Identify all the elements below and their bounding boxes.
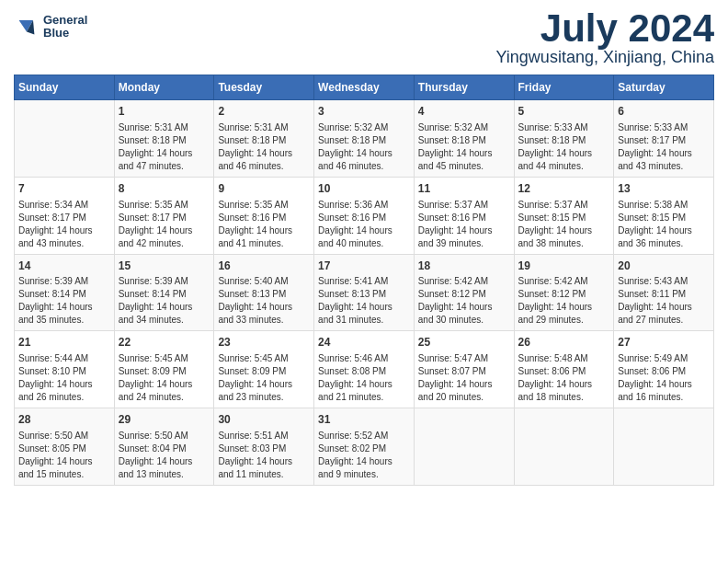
- cell-content: Sunrise: 5:33 AM Sunset: 8:18 PM Dayligh…: [518, 121, 610, 173]
- day-number: 20: [618, 259, 710, 274]
- header-day: Thursday: [414, 75, 514, 100]
- day-number: 9: [218, 181, 310, 197]
- day-number: 27: [618, 335, 710, 350]
- calendar-cell: 30Sunrise: 5:51 AM Sunset: 8:03 PM Dayli…: [214, 408, 314, 486]
- cell-content: Sunrise: 5:45 AM Sunset: 8:09 PM Dayligh…: [119, 352, 210, 404]
- cell-content: Sunrise: 5:32 AM Sunset: 8:18 PM Dayligh…: [318, 121, 410, 173]
- calendar-cell: 28Sunrise: 5:50 AM Sunset: 8:05 PM Dayli…: [15, 408, 115, 486]
- calendar-cell: 6Sunrise: 5:33 AM Sunset: 8:17 PM Daylig…: [614, 100, 714, 178]
- cell-content: Sunrise: 5:41 AM Sunset: 8:13 PM Dayligh…: [318, 275, 410, 327]
- cell-content: Sunrise: 5:45 AM Sunset: 8:09 PM Dayligh…: [218, 352, 310, 404]
- calendar-cell: 15Sunrise: 5:39 AM Sunset: 8:14 PM Dayli…: [114, 254, 214, 331]
- calendar-cell: 20Sunrise: 5:43 AM Sunset: 8:11 PM Dayli…: [614, 254, 714, 331]
- day-number: 4: [418, 104, 510, 120]
- header-day: Monday: [114, 75, 214, 100]
- cell-content: Sunrise: 5:35 AM Sunset: 8:16 PM Dayligh…: [218, 199, 310, 250]
- calendar-cell: 29Sunrise: 5:50 AM Sunset: 8:04 PM Dayli…: [114, 408, 214, 486]
- cell-content: Sunrise: 5:51 AM Sunset: 8:03 PM Dayligh…: [218, 430, 310, 481]
- day-number: 10: [318, 181, 410, 197]
- calendar-cell: 14Sunrise: 5:39 AM Sunset: 8:14 PM Dayli…: [15, 254, 115, 331]
- cell-content: Sunrise: 5:43 AM Sunset: 8:11 PM Dayligh…: [618, 275, 710, 327]
- calendar-cell: 10Sunrise: 5:36 AM Sunset: 8:16 PM Dayli…: [314, 177, 415, 254]
- day-number: 19: [518, 259, 610, 274]
- calendar-cell: 11Sunrise: 5:37 AM Sunset: 8:16 PM Dayli…: [414, 177, 514, 254]
- day-number: 30: [218, 412, 310, 428]
- calendar-week-row: 14Sunrise: 5:39 AM Sunset: 8:14 PM Dayli…: [15, 254, 714, 331]
- cell-content: Sunrise: 5:40 AM Sunset: 8:13 PM Dayligh…: [218, 275, 310, 327]
- day-number: 29: [119, 412, 210, 428]
- day-number: 31: [318, 412, 410, 428]
- day-number: 7: [18, 181, 110, 197]
- cell-content: Sunrise: 5:39 AM Sunset: 8:14 PM Dayligh…: [18, 275, 110, 327]
- calendar-cell: 16Sunrise: 5:40 AM Sunset: 8:13 PM Dayli…: [214, 254, 314, 331]
- day-number: 1: [119, 104, 210, 120]
- calendar-body: 1Sunrise: 5:31 AM Sunset: 8:18 PM Daylig…: [15, 100, 714, 486]
- day-number: 6: [618, 104, 710, 120]
- cell-content: Sunrise: 5:48 AM Sunset: 8:06 PM Dayligh…: [518, 352, 610, 404]
- calendar-cell: 3Sunrise: 5:32 AM Sunset: 8:18 PM Daylig…: [314, 100, 415, 178]
- calendar-cell: 2Sunrise: 5:31 AM Sunset: 8:18 PM Daylig…: [214, 100, 314, 178]
- calendar-week-row: 28Sunrise: 5:50 AM Sunset: 8:05 PM Dayli…: [15, 408, 714, 486]
- calendar-cell: 1Sunrise: 5:31 AM Sunset: 8:18 PM Daylig…: [114, 100, 214, 178]
- calendar-cell: 17Sunrise: 5:41 AM Sunset: 8:13 PM Dayli…: [314, 254, 415, 331]
- day-number: 23: [218, 335, 310, 350]
- day-number: 28: [18, 412, 110, 428]
- day-number: 13: [618, 181, 710, 197]
- calendar-cell: [614, 408, 714, 486]
- cell-content: Sunrise: 5:32 AM Sunset: 8:18 PM Dayligh…: [418, 121, 510, 173]
- cell-content: Sunrise: 5:39 AM Sunset: 8:14 PM Dayligh…: [119, 275, 210, 327]
- calendar-table: SundayMondayTuesdayWednesdayThursdayFrid…: [14, 75, 714, 486]
- calendar-cell: 27Sunrise: 5:49 AM Sunset: 8:06 PM Dayli…: [614, 331, 714, 408]
- header-day: Sunday: [15, 75, 115, 100]
- calendar-header: SundayMondayTuesdayWednesdayThursdayFrid…: [15, 75, 714, 100]
- cell-content: Sunrise: 5:50 AM Sunset: 8:05 PM Dayligh…: [18, 430, 110, 481]
- calendar-cell: 22Sunrise: 5:45 AM Sunset: 8:09 PM Dayli…: [114, 331, 214, 408]
- cell-content: Sunrise: 5:42 AM Sunset: 8:12 PM Dayligh…: [518, 275, 610, 327]
- header-day: Saturday: [614, 75, 714, 100]
- calendar-title: July 2024: [496, 9, 714, 48]
- calendar-cell: 18Sunrise: 5:42 AM Sunset: 8:12 PM Dayli…: [414, 254, 514, 331]
- header-day: Friday: [514, 75, 614, 100]
- cell-content: Sunrise: 5:44 AM Sunset: 8:10 PM Dayligh…: [18, 352, 110, 404]
- day-number: 14: [18, 259, 110, 274]
- calendar-cell: 5Sunrise: 5:33 AM Sunset: 8:18 PM Daylig…: [514, 100, 614, 178]
- cell-content: Sunrise: 5:33 AM Sunset: 8:17 PM Dayligh…: [618, 121, 710, 173]
- day-number: 24: [318, 335, 410, 350]
- cell-content: Sunrise: 5:31 AM Sunset: 8:18 PM Dayligh…: [218, 121, 310, 173]
- logo: General Blue: [14, 14, 87, 40]
- calendar-cell: 25Sunrise: 5:47 AM Sunset: 8:07 PM Dayli…: [414, 331, 514, 408]
- calendar-cell: 8Sunrise: 5:35 AM Sunset: 8:17 PM Daylig…: [114, 177, 214, 254]
- cell-content: Sunrise: 5:37 AM Sunset: 8:15 PM Dayligh…: [518, 199, 610, 250]
- logo-icon: [14, 14, 40, 40]
- day-number: 5: [518, 104, 610, 120]
- calendar-cell: [514, 408, 614, 486]
- calendar-cell: 4Sunrise: 5:32 AM Sunset: 8:18 PM Daylig…: [414, 100, 514, 178]
- page-header: General Blue July 2024 Yingwusitang, Xin…: [14, 9, 714, 67]
- calendar-cell: 23Sunrise: 5:45 AM Sunset: 8:09 PM Dayli…: [214, 331, 314, 408]
- logo-line2: Blue: [43, 27, 87, 40]
- day-number: 2: [218, 104, 310, 120]
- cell-content: Sunrise: 5:49 AM Sunset: 8:06 PM Dayligh…: [618, 352, 710, 404]
- day-number: 12: [518, 181, 610, 197]
- day-number: 8: [119, 181, 210, 197]
- day-number: 16: [218, 259, 310, 274]
- calendar-cell: 26Sunrise: 5:48 AM Sunset: 8:06 PM Dayli…: [514, 331, 614, 408]
- cell-content: Sunrise: 5:34 AM Sunset: 8:17 PM Dayligh…: [18, 199, 110, 250]
- calendar-cell: 31Sunrise: 5:52 AM Sunset: 8:02 PM Dayli…: [314, 408, 415, 486]
- cell-content: Sunrise: 5:36 AM Sunset: 8:16 PM Dayligh…: [318, 199, 410, 250]
- calendar-cell: 24Sunrise: 5:46 AM Sunset: 8:08 PM Dayli…: [314, 331, 415, 408]
- day-number: 18: [418, 259, 510, 274]
- cell-content: Sunrise: 5:52 AM Sunset: 8:02 PM Dayligh…: [318, 430, 410, 481]
- calendar-cell: 19Sunrise: 5:42 AM Sunset: 8:12 PM Dayli…: [514, 254, 614, 331]
- calendar-subtitle: Yingwusitang, Xinjiang, China: [496, 48, 714, 67]
- cell-content: Sunrise: 5:47 AM Sunset: 8:07 PM Dayligh…: [418, 352, 510, 404]
- cell-content: Sunrise: 5:50 AM Sunset: 8:04 PM Dayligh…: [119, 430, 210, 481]
- cell-content: Sunrise: 5:31 AM Sunset: 8:18 PM Dayligh…: [119, 121, 210, 173]
- day-number: 17: [318, 259, 410, 274]
- day-number: 21: [18, 335, 110, 350]
- calendar-cell: 7Sunrise: 5:34 AM Sunset: 8:17 PM Daylig…: [15, 177, 115, 254]
- cell-content: Sunrise: 5:35 AM Sunset: 8:17 PM Dayligh…: [119, 199, 210, 250]
- day-number: 26: [518, 335, 610, 350]
- logo-text: General Blue: [43, 14, 87, 40]
- logo-line1: General: [43, 14, 87, 27]
